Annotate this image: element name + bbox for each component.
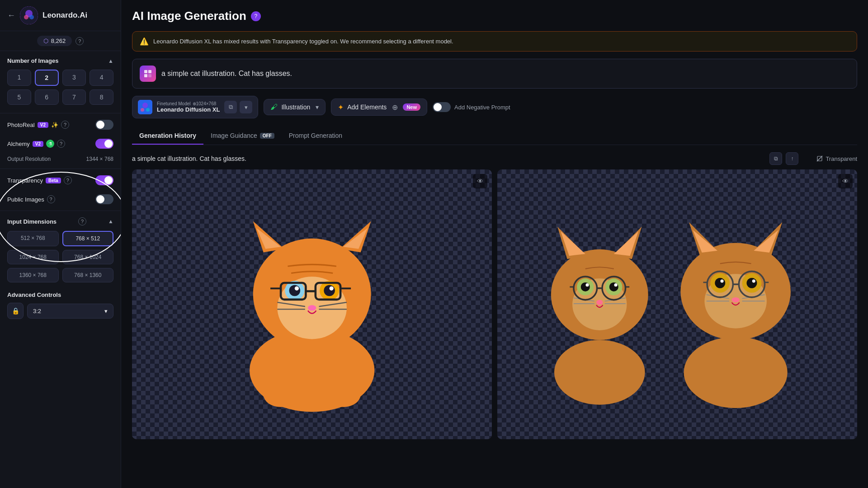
eye-slash-icon-1: 👁: [477, 178, 483, 185]
public-images-toggle[interactable]: [95, 194, 113, 204]
image-visibility-toggle-1[interactable]: 👁: [473, 174, 487, 188]
lock-icon: 🔒: [12, 307, 19, 314]
advanced-controls-section: Advanced Controls 🔒 3:2 ▾: [0, 287, 121, 324]
title-info-button[interactable]: ?: [251, 11, 261, 21]
num-btn-2[interactable]: 2: [35, 70, 59, 86]
photoreal-toggle[interactable]: [95, 120, 113, 130]
ratio-value: 3:2: [33, 308, 41, 314]
add-elements-plus-icon: ⊕: [390, 103, 399, 112]
advanced-controls-row: 🔒 3:2 ▾: [7, 303, 113, 319]
svg-rect-4: [144, 70, 147, 73]
tab-prompt-gen-label: Prompt Generation: [289, 132, 342, 139]
tab-prompt-generation[interactable]: Prompt Generation: [282, 127, 349, 145]
alchemy-toggle[interactable]: [95, 139, 113, 149]
credits-value: 8,262: [51, 38, 66, 44]
svg-rect-7: [148, 74, 151, 77]
add-elements-button[interactable]: ✦ Add Elements ⊕ New: [331, 99, 427, 116]
transparent-text: Transparent: [826, 155, 857, 162]
tab-gen-history-label: Generation History: [139, 132, 196, 139]
svg-point-73: [720, 279, 723, 282]
use-prompt-button[interactable]: ↑: [786, 152, 798, 165]
num-btn-7[interactable]: 7: [62, 89, 86, 105]
generation-actions: ⧉ ↑: [769, 152, 798, 165]
public-images-label: Public Images ?: [7, 195, 55, 203]
dim-btn-768x1360[interactable]: 768 × 1360: [62, 268, 114, 282]
tab-image-guidance[interactable]: Image Guidance OFF: [203, 127, 282, 145]
svg-point-75: [731, 297, 739, 302]
svg-point-11: [146, 108, 150, 112]
divider-2: [0, 169, 121, 169]
transparency-help[interactable]: ?: [64, 176, 72, 184]
model-avatar: [138, 100, 152, 114]
prompt-area: [132, 59, 857, 89]
num-btn-1[interactable]: 1: [7, 70, 31, 86]
image-visibility-toggle-2[interactable]: 👁: [838, 174, 853, 188]
style-selector[interactable]: 🖌 Illustration ▾: [264, 99, 326, 115]
res-row: Output Resolution 1344 × 768: [7, 156, 113, 162]
transparency-text: Transparency: [7, 177, 43, 184]
num-btn-8[interactable]: 8: [90, 89, 113, 105]
brand-name: Leonardo.Ai: [42, 11, 87, 20]
alchemy-icon: ⚗: [46, 140, 54, 148]
photoreal-icon: ✨: [51, 122, 58, 128]
dim-btn-1024x768[interactable]: 1024 × 768: [7, 250, 59, 264]
svg-point-48: [581, 282, 590, 291]
tabs-row: Generation History Image Guidance OFF Pr…: [132, 127, 857, 145]
num-btn-6[interactable]: 6: [35, 89, 59, 105]
negative-prompt-toggle[interactable]: [433, 102, 451, 112]
copy-prompt-button[interactable]: ⧉: [769, 152, 782, 165]
image-card-1[interactable]: 👁: [132, 169, 492, 439]
public-images-help[interactable]: ?: [47, 195, 55, 203]
ratio-select[interactable]: 3:2 ▾: [27, 304, 113, 319]
model-chevron-icon[interactable]: ▾: [240, 101, 252, 113]
lock-button[interactable]: 🔒: [7, 303, 24, 319]
cat-illustration-1: [150, 183, 474, 426]
style-chevron-icon: ▾: [316, 103, 319, 111]
warning-text: Leonardo Diffusion XL has mixed results …: [153, 38, 453, 45]
model-copy-icon[interactable]: ⧉: [224, 101, 237, 113]
model-actions: ⧉ ▾: [224, 101, 252, 113]
svg-point-3: [29, 15, 34, 19]
sidebar: ← Leonardo.Ai ⬡ 8,262 ? Number of Images…: [0, 0, 121, 488]
num-btn-5[interactable]: 5: [7, 89, 31, 105]
style-label: Illustration: [281, 103, 310, 111]
input-dims-header: Input Dimensions ? ▲: [7, 217, 113, 225]
back-button[interactable]: ←: [7, 11, 15, 20]
prompt-icon: [140, 66, 156, 82]
tab-generation-history[interactable]: Generation History: [132, 127, 203, 145]
advanced-controls-title: Advanced Controls: [7, 291, 113, 298]
tab-img-guidance-badge: OFF: [260, 133, 274, 139]
alchemy-label: Alchemy V2 ⚗ ?: [7, 140, 65, 148]
dim-btn-512x768[interactable]: 512 × 768: [7, 231, 59, 246]
num-btn-3[interactable]: 3: [62, 70, 86, 86]
photoreal-row: PhotoReal V2 ✨ ?: [0, 115, 121, 134]
add-elements-label: Add Elements: [347, 103, 387, 111]
prompt-input[interactable]: [161, 70, 849, 78]
credits-help[interactable]: ?: [75, 37, 84, 45]
svg-point-9: [142, 103, 148, 108]
svg-point-10: [141, 108, 144, 112]
transparent-label: Transparent: [816, 155, 857, 162]
input-dims-help[interactable]: ?: [78, 217, 86, 225]
credits-badge[interactable]: ⬡ 8,262: [37, 36, 72, 46]
dim-btn-768x1024[interactable]: 768 × 1024: [62, 250, 114, 264]
page-title-row: AI Image Generation ?: [132, 9, 857, 23]
sidebar-header: ← Leonardo.Ai: [0, 0, 121, 31]
model-selector[interactable]: Finetuned Model ⊕1024×768 Leonardo Diffu…: [132, 96, 258, 118]
transparent-icon: [816, 155, 823, 162]
image-card-2[interactable]: 👁: [497, 169, 857, 439]
style-icon: 🖌: [270, 103, 278, 111]
negative-prompt-label: Add Negative Prompt: [454, 104, 510, 111]
toolbar-row: Finetuned Model ⊕1024×768 Leonardo Diffu…: [132, 96, 857, 118]
brand-avatar: [20, 6, 38, 24]
credits-icon: ⬡: [43, 38, 48, 44]
dim-btn-1360x768[interactable]: 1360 × 768: [7, 268, 59, 282]
output-resolution-section: Output Resolution 1344 × 768: [0, 153, 121, 167]
photoreal-label: PhotoReal V2 ✨ ?: [7, 121, 69, 129]
photoreal-help[interactable]: ?: [61, 121, 69, 129]
num-btn-4[interactable]: 4: [90, 70, 113, 86]
transparency-label: Transparency Beta ?: [7, 176, 72, 184]
alchemy-help[interactable]: ?: [57, 140, 65, 148]
transparency-toggle[interactable]: [95, 175, 113, 185]
dim-btn-768x512[interactable]: 768 × 512: [62, 231, 114, 246]
